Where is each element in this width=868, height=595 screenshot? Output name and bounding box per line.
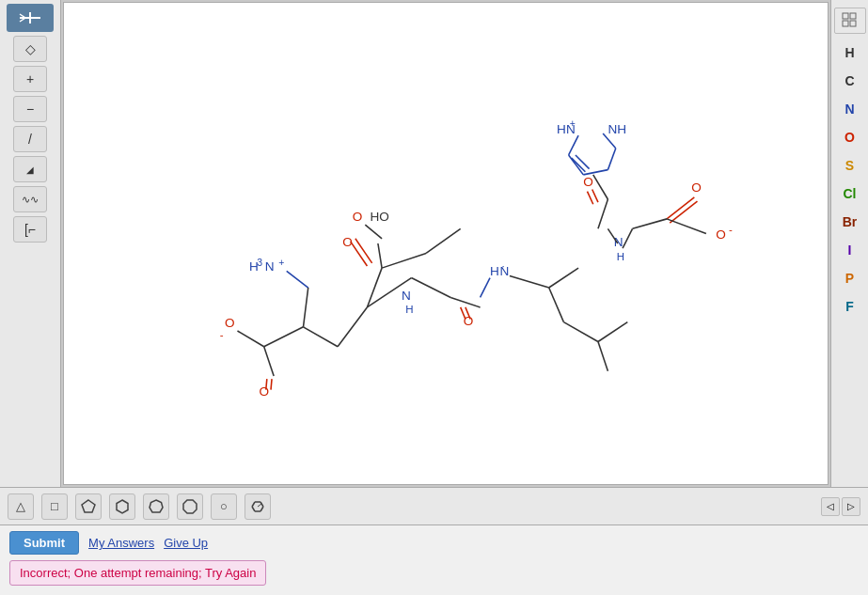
subtract-tool[interactable]: − xyxy=(13,96,47,122)
scroll-left-button[interactable]: ◁ xyxy=(821,497,840,516)
svg-line-4 xyxy=(237,331,263,347)
main-container: ◇ + − / ◢ ∿∿ [⌐ O - O xyxy=(0,0,868,595)
feedback-message: Incorrect; One attempt remaining; Try Ag… xyxy=(9,560,266,586)
svg-marker-77 xyxy=(117,500,128,513)
svg-rect-74 xyxy=(843,21,848,26)
svg-line-25 xyxy=(411,278,450,298)
svg-line-70 xyxy=(633,219,668,228)
svg-line-10 xyxy=(303,327,338,347)
svg-line-35 xyxy=(450,297,480,306)
svg-text:N: N xyxy=(265,259,275,274)
svg-text:+: + xyxy=(570,118,576,129)
svg-line-28 xyxy=(426,228,461,253)
svg-text:H: H xyxy=(405,304,413,315)
footer-buttons: Submit My Answers Give Up xyxy=(9,531,859,555)
svg-line-9 xyxy=(264,327,304,347)
element-h-button[interactable]: H xyxy=(834,39,866,66)
svg-line-55 xyxy=(608,149,615,170)
submit-button[interactable]: Submit xyxy=(9,531,79,555)
svg-rect-73 xyxy=(850,13,856,19)
scroll-right-button[interactable]: ▷ xyxy=(842,497,860,516)
element-br-button[interactable]: Br xyxy=(834,209,866,235)
svg-line-57 xyxy=(572,158,586,172)
svg-line-67 xyxy=(667,197,694,219)
svg-marker-76 xyxy=(82,500,95,512)
svg-marker-79 xyxy=(183,500,197,513)
svg-line-41 xyxy=(549,268,578,288)
svg-line-26 xyxy=(367,268,382,307)
svg-text:H: H xyxy=(617,251,624,262)
right-toolbar: H C N O S Cl Br I P F xyxy=(830,0,868,487)
my-answers-button[interactable]: My Answers xyxy=(88,536,154,550)
svg-line-53 xyxy=(569,155,584,175)
svg-text:H: H xyxy=(490,264,499,278)
octagon-shape-button[interactable] xyxy=(177,493,203,520)
element-f-button[interactable]: F xyxy=(834,293,866,320)
grid-icon xyxy=(834,8,866,34)
svg-line-23 xyxy=(338,307,367,347)
hexagon-shape-button[interactable] xyxy=(109,493,135,520)
svg-line-83 xyxy=(260,507,263,511)
svg-text:-: - xyxy=(220,329,224,340)
svg-line-40 xyxy=(510,275,549,288)
svg-line-71 xyxy=(623,228,632,248)
svg-line-60 xyxy=(598,199,608,228)
svg-line-22 xyxy=(355,239,372,263)
svg-line-45 xyxy=(598,341,608,370)
svg-line-68 xyxy=(670,201,697,223)
element-cl-button[interactable]: Cl xyxy=(834,180,866,207)
svg-text:3: 3 xyxy=(257,258,262,268)
left-toolbar: ◇ + − / ◢ ∿∿ [⌐ xyxy=(0,0,61,487)
svg-line-69 xyxy=(667,219,706,234)
svg-text:O: O xyxy=(225,316,235,330)
svg-text:N: N xyxy=(499,264,509,278)
svg-text:HO: HO xyxy=(371,210,389,224)
wedge-tool[interactable]: ◢ xyxy=(13,156,47,182)
svg-text:-: - xyxy=(729,224,733,235)
svg-text:O: O xyxy=(716,227,726,242)
svg-line-7 xyxy=(266,379,267,389)
bracket-tool[interactable]: [⌐ xyxy=(13,216,47,243)
svg-line-44 xyxy=(598,322,627,342)
erase-tool[interactable]: ◇ xyxy=(13,36,47,62)
heptagon-shape-button[interactable] xyxy=(143,493,169,520)
add-tool[interactable]: + xyxy=(13,66,47,92)
svg-line-8 xyxy=(271,379,272,389)
square-shape-button[interactable]: □ xyxy=(41,493,68,520)
line-tool[interactable]: / xyxy=(13,126,47,152)
give-up-button[interactable]: Give Up xyxy=(164,536,208,550)
svg-line-16 xyxy=(303,288,308,327)
svg-marker-78 xyxy=(150,500,163,512)
svg-line-5 xyxy=(264,347,274,376)
element-c-button[interactable]: C xyxy=(834,68,866,94)
scroll-arrows: ◁ ▷ xyxy=(821,497,860,516)
svg-line-15 xyxy=(287,271,308,288)
triangle-shape-button[interactable]: △ xyxy=(8,493,34,520)
pentagon-shape-button[interactable] xyxy=(75,493,102,520)
svg-line-27 xyxy=(382,253,426,268)
svg-text:O: O xyxy=(353,210,363,224)
zigzag-tool[interactable]: ∿∿ xyxy=(13,186,47,212)
element-p-button[interactable]: P xyxy=(834,265,866,291)
svg-line-47 xyxy=(587,192,592,205)
footer-area: Submit My Answers Give Up Incorrect; One… xyxy=(0,525,868,595)
molecule-canvas-area[interactable]: O - O H 3 N + O HO xyxy=(63,2,829,485)
element-o-button[interactable]: O xyxy=(834,124,866,150)
ring-shape-button[interactable] xyxy=(245,493,271,520)
element-s-button[interactable]: S xyxy=(834,152,866,179)
svg-text:NH: NH xyxy=(608,122,626,136)
svg-line-48 xyxy=(592,190,598,203)
circle-shape-button[interactable]: ○ xyxy=(211,493,237,520)
svg-line-29 xyxy=(378,243,382,268)
svg-line-80 xyxy=(252,502,255,507)
svg-line-21 xyxy=(351,242,368,266)
element-n-button[interactable]: N xyxy=(834,96,866,122)
svg-rect-72 xyxy=(843,13,848,19)
bottom-toolbar: △ □ ○ ◁ ▷ xyxy=(0,487,868,525)
editor-area: ◇ + − / ◢ ∿∿ [⌐ O - O xyxy=(0,0,868,487)
svg-line-86 xyxy=(258,504,261,507)
toolbar-logo[interactable] xyxy=(7,4,54,32)
element-i-button[interactable]: I xyxy=(834,237,866,263)
svg-text:O: O xyxy=(583,175,593,189)
svg-line-19 xyxy=(365,225,382,239)
